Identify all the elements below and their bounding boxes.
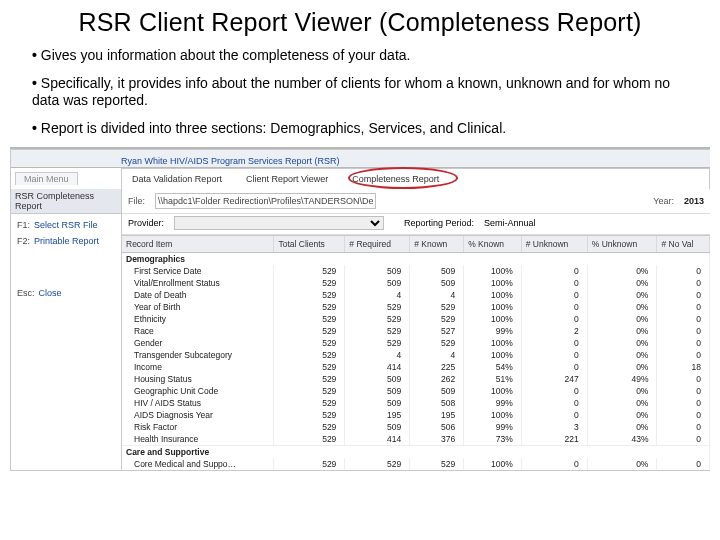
tab-client-report-viewer[interactable]: Client Report Viewer — [242, 173, 332, 185]
table-row[interactable]: AIDS Diagnosis Year529195195100%00%0 — [122, 409, 710, 421]
shortcut-close[interactable]: Esc: Close — [17, 288, 115, 298]
cell: Date of Death — [122, 289, 274, 301]
table-row[interactable]: Risk Factor52950950699%30%0 — [122, 421, 710, 433]
tab-data-validation-report[interactable]: Data Validation Report — [128, 173, 226, 185]
table-row[interactable]: Date of Death52944100%00%0 — [122, 289, 710, 301]
cell: 0% — [587, 337, 657, 349]
cell: 100% — [464, 349, 522, 361]
cell: 509 — [345, 421, 410, 433]
table-row[interactable]: Transgender Subcategory52944100%00%0 — [122, 349, 710, 361]
cell: 0 — [657, 337, 710, 349]
cell: 4 — [345, 289, 410, 301]
cell: Ethnicity — [122, 313, 274, 325]
column-header[interactable]: # No Val — [657, 236, 710, 253]
cell: 529 — [345, 301, 410, 313]
cell: 0 — [521, 397, 587, 409]
cell: 0 — [657, 325, 710, 337]
year-label: Year: — [653, 196, 674, 206]
cell: 3 — [521, 421, 587, 433]
table-row[interactable]: Housing Status52950926251%24749%0 — [122, 373, 710, 385]
file-input[interactable] — [155, 193, 376, 209]
column-header[interactable]: # Unknown — [521, 236, 587, 253]
cell: 221 — [521, 433, 587, 446]
main-menu-tab[interactable]: Main Menu — [15, 172, 78, 185]
table-row[interactable]: Health Insurance52941437673%22143%0 — [122, 433, 710, 446]
cell: 4 — [410, 289, 464, 301]
table-row[interactable]: Race52952952799%20%0 — [122, 325, 710, 337]
cell: 509 — [345, 385, 410, 397]
table-row[interactable]: Geographic Unit Code529509509100%00%0 — [122, 385, 710, 397]
cell: 100% — [464, 289, 522, 301]
cell: Year of Birth — [122, 301, 274, 313]
cell: 0 — [657, 349, 710, 361]
shortcut-key: F2: — [17, 236, 30, 246]
cell: 100% — [464, 301, 522, 313]
cell: Core Medical and Suppo… — [122, 458, 274, 470]
cell: Income — [122, 361, 274, 373]
shortcut-printable-report[interactable]: F2: Printable Report — [17, 236, 115, 246]
column-header[interactable]: Total Clients — [274, 236, 345, 253]
app-window: Main Menu Ryan White HIV/AIDS Program Se… — [10, 149, 710, 471]
cell: 529 — [410, 301, 464, 313]
cell: 414 — [345, 361, 410, 373]
cell: 0% — [587, 421, 657, 433]
cell: 0 — [657, 409, 710, 421]
table-row[interactable]: First Service Date529509509100%00%0 — [122, 265, 710, 277]
cell: 0 — [521, 409, 587, 421]
cell: 195 — [410, 409, 464, 421]
shortcut-key: Esc: — [17, 288, 35, 298]
cell: 0 — [521, 361, 587, 373]
column-header[interactable]: Record Item — [122, 236, 274, 253]
shortcut-select-file[interactable]: F1: Select RSR File — [17, 220, 115, 230]
cell: 506 — [410, 421, 464, 433]
column-header[interactable]: % Known — [464, 236, 522, 253]
cell: 529 — [345, 458, 410, 470]
cell: 0% — [587, 277, 657, 289]
column-header[interactable]: % Unknown — [587, 236, 657, 253]
side-panel-header: RSR Completeness Report — [11, 189, 121, 214]
cell: 225 — [410, 361, 464, 373]
table-row[interactable]: Gender529529529100%00%0 — [122, 337, 710, 349]
cell: 0 — [657, 313, 710, 325]
cell: 0 — [657, 458, 710, 470]
table-row[interactable]: Year of Birth529529529100%00%0 — [122, 301, 710, 313]
cell: 0% — [587, 313, 657, 325]
table-row[interactable]: HIV / AIDS Status52950950899%00%0 — [122, 397, 710, 409]
column-header[interactable]: # Known — [410, 236, 464, 253]
completeness-grid: Record ItemTotal Clients# Required# Know… — [122, 235, 710, 470]
cell: 4 — [345, 349, 410, 361]
table-row[interactable]: Ethnicity529529529100%00%0 — [122, 313, 710, 325]
cell: 262 — [410, 373, 464, 385]
cell: 0 — [521, 265, 587, 277]
slide-title: RSR Client Report Viewer (Completeness R… — [20, 8, 700, 37]
tab-completeness-report[interactable]: Completeness Report — [348, 173, 443, 185]
cell: 529 — [274, 277, 345, 289]
cell: Transgender Subcategory — [122, 349, 274, 361]
cell: 0 — [657, 301, 710, 313]
section-row: Care and Supportive — [122, 446, 710, 459]
cell: 0 — [521, 349, 587, 361]
bullet-item: Specifically, it provides info about the… — [32, 75, 688, 110]
cell: 100% — [464, 385, 522, 397]
cell: 0 — [657, 397, 710, 409]
table-row[interactable]: Core Medical and Suppo…529529529100%00%0 — [122, 458, 710, 470]
cell: 508 — [410, 397, 464, 409]
cell: 51% — [464, 373, 522, 385]
bullet-item: Report is divided into three sections: D… — [32, 120, 688, 138]
table-row[interactable]: Income52941422554%00%18 — [122, 361, 710, 373]
cell: Housing Status — [122, 373, 274, 385]
cell: 529 — [410, 458, 464, 470]
cell: 0% — [587, 397, 657, 409]
table-row[interactable]: Vital/Enrollment Status529509509100%00%0 — [122, 277, 710, 289]
column-header[interactable]: # Required — [345, 236, 410, 253]
period-value: Semi-Annual — [484, 218, 536, 228]
cell: 529 — [274, 421, 345, 433]
cell: 529 — [274, 433, 345, 446]
provider-select[interactable] — [174, 216, 384, 230]
cell: 99% — [464, 325, 522, 337]
cell: 100% — [464, 458, 522, 470]
cell: 527 — [410, 325, 464, 337]
cell: 0 — [657, 433, 710, 446]
cell: 529 — [274, 373, 345, 385]
cell: 0 — [657, 385, 710, 397]
